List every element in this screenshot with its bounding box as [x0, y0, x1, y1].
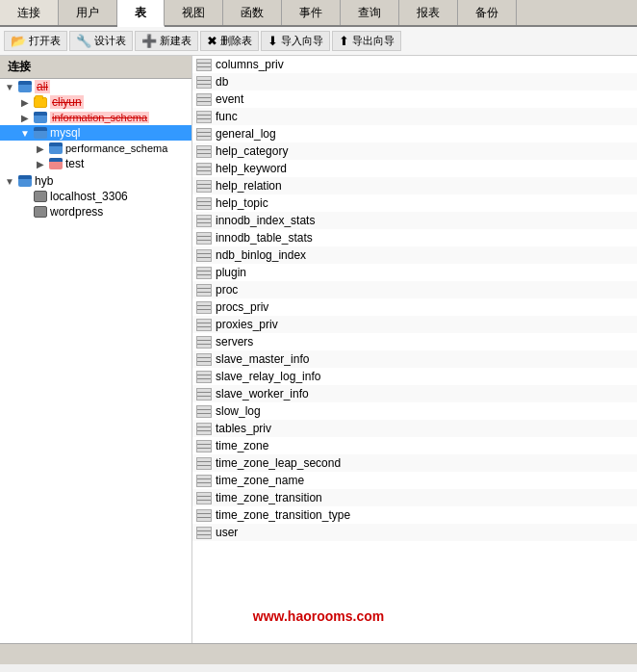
table-item-label: slave_master_info: [216, 352, 309, 366]
table-list-item[interactable]: innodb_table_stats: [192, 229, 637, 246]
table-list-item[interactable]: slave_master_info: [192, 350, 637, 368]
tab-events[interactable]: 事件: [282, 0, 341, 25]
table-list-item[interactable]: user: [192, 524, 637, 541]
table-item-icon: [196, 180, 212, 193]
table-item-icon: [196, 145, 212, 158]
table-list-item[interactable]: help_topic: [192, 194, 637, 212]
db-icon-ali: [17, 80, 33, 93]
tab-backup[interactable]: 备份: [458, 0, 517, 25]
table-item-icon: [196, 423, 212, 435]
sidebar: 连接 ▼ ali ▶ cliyun ▶ information_schema ▼: [0, 56, 192, 643]
tree-toggle-cliyun[interactable]: ▶: [17, 97, 33, 108]
table-list-item[interactable]: time_zone_transition: [192, 489, 637, 506]
table-item-label: columns_priv: [216, 58, 284, 71]
table-item-icon: [196, 440, 212, 452]
tree-item-cliyun[interactable]: ▶ cliyun: [0, 94, 191, 110]
tree-toggle-hyb[interactable]: ▼: [2, 176, 17, 187]
tree-toggle-test[interactable]: ▶: [33, 159, 48, 169]
table-item-label: ndb_binlog_index: [216, 248, 306, 262]
table-list-item[interactable]: event: [192, 90, 637, 108]
open-table-button[interactable]: 📂 打开表: [4, 31, 67, 51]
table-list-item[interactable]: help_category: [192, 142, 637, 160]
table-list-item[interactable]: general_log: [192, 125, 637, 142]
new-table-icon: ➕: [141, 34, 157, 48]
table-list-item[interactable]: ndb_binlog_index: [192, 246, 637, 264]
table-item-label: help_topic: [216, 196, 268, 210]
design-table-button[interactable]: 🔧 设计表: [69, 31, 133, 51]
table-list-item[interactable]: tables_priv: [192, 420, 637, 437]
table-item-label: help_relation: [216, 179, 282, 193]
table-item-label: time_zone_leap_second: [216, 456, 341, 470]
table-item-label: time_zone_transition: [216, 491, 322, 504]
tree-item-mysql[interactable]: ▼ mysql: [0, 125, 191, 141]
export-wizard-button[interactable]: ⬆ 导出向导: [332, 31, 401, 51]
tab-connection[interactable]: 连接: [0, 0, 59, 25]
tree-item-hyb[interactable]: ▼ hyb: [0, 173, 191, 189]
tab-tables[interactable]: 表: [117, 0, 165, 27]
table-list-item[interactable]: time_zone_transition_type: [192, 506, 637, 524]
delete-table-button[interactable]: ✖ 删除表: [200, 31, 259, 51]
tab-views[interactable]: 视图: [165, 0, 223, 25]
table-list-item[interactable]: innodb_index_stats: [192, 212, 637, 229]
db-icon-test: [48, 157, 64, 170]
table-list-item[interactable]: db: [192, 73, 637, 90]
table-item-label: user: [216, 526, 238, 539]
table-list-item[interactable]: plugin: [192, 264, 637, 281]
import-wizard-button[interactable]: ⬇ 导入向导: [261, 31, 330, 51]
table-item-icon: [196, 319, 212, 331]
table-list-item[interactable]: func: [192, 108, 637, 125]
table-item-icon: [196, 93, 212, 106]
tree-item-performance-schema[interactable]: ▶ performance_schema: [0, 141, 191, 156]
table-item-icon: [196, 492, 212, 504]
table-item-icon: [196, 249, 212, 262]
db-icon-perf-schema: [48, 142, 64, 155]
table-list-item[interactable]: servers: [192, 333, 637, 350]
table-list-item[interactable]: time_zone: [192, 437, 637, 454]
tree-item-ali[interactable]: ▼ ali: [0, 79, 191, 94]
toolbar: 📂 打开表 🔧 设计表 ➕ 新建表 ✖ 删除表 ⬇ 导入向导 ⬆ 导出向导: [0, 27, 637, 56]
tab-reports[interactable]: 报表: [399, 0, 458, 25]
table-list-item[interactable]: slow_log: [192, 402, 637, 420]
tab-users[interactable]: 用户: [59, 0, 117, 25]
server-icon-localhost: [33, 190, 48, 203]
table-item-label: slave_worker_info: [216, 387, 309, 401]
table-item-icon: [196, 59, 212, 71]
table-list-item[interactable]: procs_priv: [192, 298, 637, 316]
table-item-icon: [196, 388, 212, 401]
top-nav-tabs: 连接 用户 表 视图 函数 事件 查询 报表 备份: [0, 0, 637, 27]
table-item-icon: [196, 111, 212, 123]
table-list-item[interactable]: proxies_priv: [192, 316, 637, 333]
tree-toggle-info-schema[interactable]: ▶: [17, 113, 33, 123]
table-list-item[interactable]: help_keyword: [192, 160, 637, 177]
table-item-label: time_zone: [216, 439, 268, 452]
tree-toggle-ali[interactable]: ▼: [2, 82, 17, 92]
table-item-label: plugin: [216, 266, 246, 279]
tree-toggle-mysql[interactable]: ▼: [17, 128, 33, 139]
table-list-item[interactable]: help_relation: [192, 177, 637, 194]
table-list-item[interactable]: time_zone_leap_second: [192, 454, 637, 472]
status-bar: [0, 643, 637, 664]
table-list-item[interactable]: slave_relay_log_info: [192, 368, 637, 385]
table-item-icon: [196, 301, 212, 314]
table-item-icon: [196, 405, 212, 418]
tree-item-wordpress[interactable]: wordpress: [0, 204, 191, 220]
table-list-item[interactable]: columns_priv: [192, 56, 637, 73]
table-item-icon: [196, 232, 212, 245]
table-item-label: procs_priv: [216, 300, 268, 314]
tree-item-information-schema[interactable]: ▶ information_schema: [0, 110, 191, 125]
table-list-item[interactable]: time_zone_name: [192, 472, 637, 489]
new-table-button[interactable]: ➕ 新建表: [135, 31, 198, 51]
table-item-icon: [196, 457, 212, 470]
table-list-item[interactable]: proc: [192, 281, 637, 298]
table-item-label: slave_relay_log_info: [216, 370, 320, 383]
table-list-item[interactable]: slave_worker_info: [192, 385, 637, 402]
tab-functions[interactable]: 函数: [223, 0, 282, 25]
tree-item-test[interactable]: ▶ test: [0, 156, 191, 171]
tab-queries[interactable]: 查询: [341, 0, 399, 25]
tree-item-localhost[interactable]: localhost_3306: [0, 189, 191, 204]
db-icon-mysql: [33, 126, 48, 140]
server-icon-wordpress: [33, 205, 48, 219]
tree-toggle-perf-schema[interactable]: ▶: [33, 143, 48, 154]
main-layout: 连接 ▼ ali ▶ cliyun ▶ information_schema ▼: [0, 56, 637, 643]
db-icon-info-schema: [33, 111, 48, 124]
